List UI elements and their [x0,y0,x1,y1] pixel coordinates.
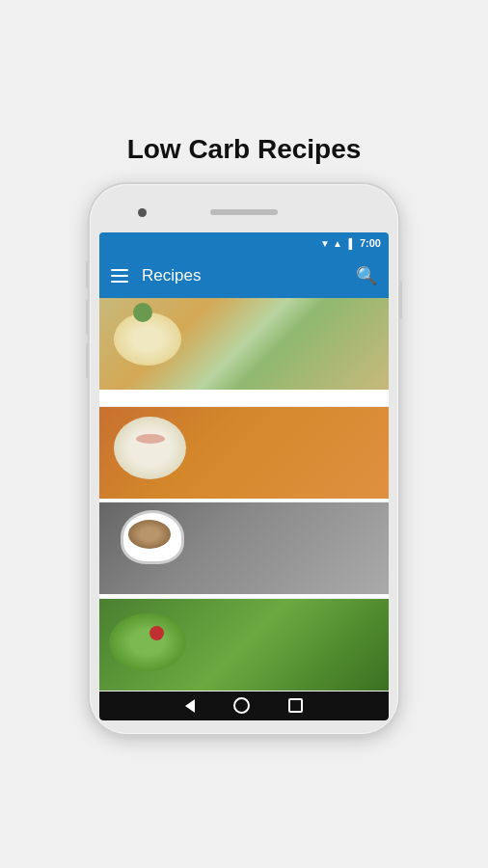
search-button[interactable]: 🔍 [356,265,377,286]
battery-icon: ▐ [345,238,352,249]
recipe-thumb-muffin-in-a-minute [99,502,389,594]
menu-button[interactable] [111,269,128,283]
phone-top-bar [99,198,389,227]
bottom-nav-bar [99,692,389,720]
app-bar: Recipes 🔍 [99,254,389,298]
speaker-slot [210,209,278,215]
status-bar: ▼ ▲ ▐ 7:00 [99,232,389,254]
recents-button[interactable] [288,698,303,713]
recipe-thumb-cauliflower-sour-cream-mash [99,298,389,390]
recipe-item-guacamole[interactable]: Guacamole ♡ NET CARBS 1.9g [99,599,389,692]
recipe-list: Cauliflower-Sour Cream Mash ♡ NET CARBS … [99,298,389,692]
camera-dot [138,208,147,217]
status-icons: ▼ ▲ ▐ [320,238,352,249]
home-button[interactable] [233,697,250,714]
status-time: 7:00 [360,237,381,249]
app-bar-title: Recipes [142,266,201,285]
signal-icon: ▲ [333,238,342,249]
volume-down-button [86,343,89,378]
page-wrapper: Low Carb Recipes ▼ ▲ ▐ 7:0 [0,115,488,753]
page-title: Low Carb Recipes [127,134,362,165]
volume-mute-button [86,261,89,288]
volume-up-button [86,300,89,335]
recipe-item-cauliflower-sour-cream-mash[interactable]: Cauliflower-Sour Cream Mash ♡ NET CARBS … [99,298,389,407]
recipe-item-creamy-coleslaw-dressing[interactable]: Creamy Coleslaw Dressing ♡ NET CARBS 0.3… [99,407,389,503]
recipe-item-muffin-in-a-minute[interactable]: Muffin in a Minute ♡ NET CARBS 4.0g [99,502,389,599]
phone-shell: ▼ ▲ ▐ 7:00 Recipes 🔍 [90,184,398,734]
recipe-thumb-creamy-coleslaw-dressing [99,407,389,499]
wifi-icon: ▼ [320,238,330,249]
recipe-thumb-guacamole [99,599,389,691]
back-button[interactable] [185,699,195,713]
app-bar-left: Recipes [111,266,201,285]
power-button [399,281,402,319]
phone-screen: ▼ ▲ ▐ 7:00 Recipes 🔍 [99,232,389,720]
